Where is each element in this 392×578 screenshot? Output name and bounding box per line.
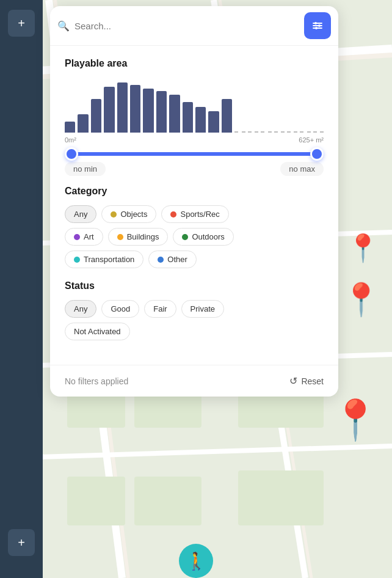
map-pin-purple-2[interactable]: 📍 [331,397,380,443]
bar-11 [208,111,219,133]
status-tag-good[interactable]: Good [101,300,139,318]
bar-chart [65,78,324,133]
map-pin-purple-1[interactable]: 📍 [341,281,381,318]
search-bar: 🔍 [50,6,338,46]
tag-label: Buildings [127,232,159,241]
category-tag-buildings[interactable]: Buildings [108,228,169,246]
category-tag-art[interactable]: Art [65,228,103,246]
map-pin-teal[interactable]: 📍 [346,232,380,264]
status-row-2: Not Activated [65,323,324,340]
category-row-3: TransportationOther [65,251,324,268]
tag-label: Sports/Rec [180,210,219,219]
bar-3 [104,87,114,133]
svg-point-31 [315,27,318,29]
tag-dot [74,257,80,263]
category-section: Category AnyObjectsSports/Rec ArtBuildin… [65,186,324,268]
tag-dot [170,211,176,218]
status-tag-label: Private [191,304,215,313]
walking-pin-container[interactable]: 🚶 [179,544,213,578]
bar-5 [130,85,140,133]
status-tag-any[interactable]: Any [65,300,96,318]
category-tag-outdoors[interactable]: Outdoors [173,228,233,246]
bar-10 [195,107,206,133]
tag-dot [74,234,80,240]
bar-18 [300,131,310,133]
bar-9 [183,102,193,133]
playable-area-section: Playable area 0m² 625+ m² no min no max [65,58,324,176]
plus-icon-bottom: + [18,536,25,550]
slider-max-label: no max [280,162,324,176]
panel-body: Playable area 0m² 625+ m² no min no max [50,46,338,365]
category-tag-other[interactable]: Other [148,251,197,268]
category-row-2: ArtBuildingsOutdoors [65,228,324,246]
slider-track [65,152,324,156]
tag-label: Other [167,255,187,264]
reset-label: Reset [301,376,324,386]
status-section: Status AnyGoodFairPrivate Not Activated [65,280,324,340]
bar-0 [65,122,75,133]
status-row-1: AnyGoodFairPrivate [65,300,324,318]
status-title: Status [65,280,324,291]
tag-label: Objects [120,210,147,219]
status-tag-label: Good [111,304,130,313]
slider-labels: no min no max [65,162,324,176]
filter-panel: 🔍 Playable area 0m² 625+ m² [50,6,338,397]
bar-2 [91,99,101,133]
tag-dot [117,234,123,240]
svg-point-29 [314,22,317,24]
slider-thumb-left[interactable] [65,147,78,161]
tag-label: Any [74,210,87,219]
status-tag-fair[interactable]: Fair [144,300,176,318]
svg-rect-22 [67,477,125,525]
status-tag-private[interactable]: Private [181,300,224,318]
tag-label: Outdoors [192,232,224,241]
walking-icon: 🚶 [186,551,207,571]
bar-4 [117,82,128,133]
category-tag-any[interactable]: Any [65,205,96,223]
plus-icon: + [18,16,25,31]
tag-dot [111,211,117,218]
search-icon: 🔍 [57,20,70,32]
status-tag-not-activated[interactable]: Not Activated [65,323,130,340]
slider-thumb-right[interactable] [310,147,324,161]
chart-label-max: 625+ m² [299,136,324,144]
category-tag-objects[interactable]: Objects [101,205,156,223]
bar-12 [222,99,232,133]
search-input[interactable] [74,21,299,31]
status-tag-label: Any [74,304,87,313]
category-tag-transportation[interactable]: Transportation [65,251,143,268]
category-row-1: AnyObjectsSports/Rec [65,205,324,223]
status-tag-label: Not Activated [74,327,121,336]
sidebar-add-top-button[interactable]: + [8,10,35,37]
filter-toggle-button[interactable] [304,12,331,39]
bar-19 [313,131,324,133]
reset-icon: ↺ [289,375,297,387]
playable-area-title: Playable area [65,58,324,69]
search-input-wrap: 🔍 [57,20,299,32]
bar-17 [287,131,297,133]
bar-13 [234,131,245,133]
tag-dot [158,257,164,263]
category-title: Category [65,186,324,197]
chart-label-min: 0m² [65,136,76,144]
sidebar-add-bottom-button[interactable]: + [8,529,35,556]
bar-16 [274,131,285,133]
svg-point-30 [318,24,321,27]
svg-rect-23 [134,477,201,525]
bar-6 [143,89,153,133]
reset-button[interactable]: ↺ Reset [289,375,324,387]
sidebar: + + [0,0,43,578]
bar-15 [261,131,271,133]
panel-footer: No filters applied ↺ Reset [50,365,338,397]
bar-8 [169,95,180,133]
bar-1 [78,114,88,133]
category-tag-sports-rec[interactable]: Sports/Rec [161,205,228,223]
bar-14 [248,131,258,133]
svg-rect-24 [238,470,324,525]
bar-7 [156,91,167,133]
no-filters-text: No filters applied [65,376,128,386]
tag-label: Transportation [84,255,134,264]
chart-labels: 0m² 625+ m² [65,136,324,144]
range-slider[interactable] [65,152,324,156]
filter-icon [312,20,323,31]
